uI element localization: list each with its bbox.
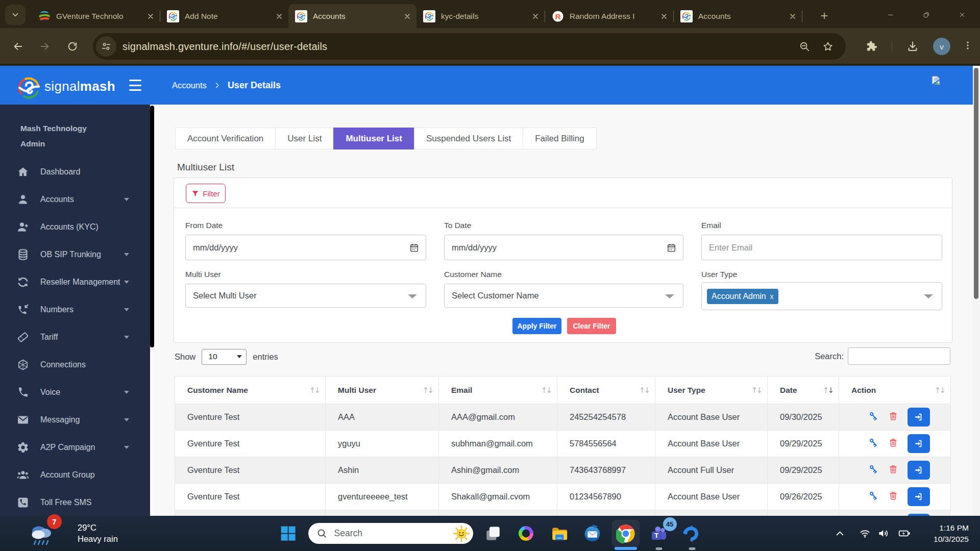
page-size-select[interactable]: 10 [202, 349, 247, 365]
sidebar-item-reseller-management[interactable]: Reseller Management [0, 268, 150, 296]
new-tab-button[interactable] [816, 7, 833, 24]
address-bar[interactable]: signalmash.gventure.info/#/user/user-det… [93, 33, 846, 60]
tab-close-icon[interactable] [531, 12, 540, 20]
sidebar-scrollbar-thumb[interactable] [150, 106, 154, 347]
user-type-select[interactable]: Account Adminx [701, 282, 942, 310]
window-close-button[interactable] [944, 0, 980, 30]
zoom-out-icon[interactable] [799, 41, 810, 52]
trash-icon[interactable] [889, 464, 898, 476]
login-as-user-button[interactable] [908, 461, 930, 480]
taskbar-copilot-icon[interactable] [513, 520, 540, 547]
browser-tab-add-note[interactable]: Add Note [160, 4, 288, 28]
tab-close-icon[interactable] [789, 12, 797, 20]
extensions-icon[interactable] [865, 40, 877, 53]
reload-button[interactable] [62, 36, 83, 57]
taskbar-teams-icon[interactable]: T45 [646, 520, 672, 547]
bookmark-star-icon[interactable] [822, 41, 834, 52]
tab-multiuser-list[interactable]: Multiuser List [333, 128, 414, 149]
browser-tab-random-address-i[interactable]: RRandom Address I [545, 4, 673, 28]
taskbar-start-button[interactable] [275, 520, 302, 547]
tab-user-list[interactable]: User List [275, 128, 333, 149]
taskbar-dolphin-app-icon[interactable] [679, 520, 705, 547]
sidebar-item-numbers[interactable]: Numbers [0, 296, 150, 323]
caret-down-icon [124, 391, 129, 394]
login-as-user-button[interactable] [908, 434, 930, 453]
sidebar-item-tariff[interactable]: Tariff [0, 323, 150, 351]
browser-tab-gventure-technolo[interactable]: GVenture Technolo [32, 4, 160, 28]
sidebar-item-a2p-campaign[interactable]: A2P Campaign [0, 434, 150, 461]
trash-icon[interactable] [889, 438, 898, 449]
column-header-contact[interactable]: Contact↑↓ [557, 377, 655, 404]
tab-search-button[interactable] [5, 5, 26, 25]
tab-close-icon[interactable] [403, 12, 411, 20]
sidebar-item-accounts-kyc-[interactable]: Accounts (KYC) [0, 213, 150, 241]
table-search-input[interactable] [848, 347, 950, 365]
customer-name-select[interactable]: Select Customer Name [444, 284, 683, 308]
trash-icon[interactable] [889, 411, 898, 423]
downloads-icon[interactable] [906, 40, 919, 53]
back-button[interactable] [8, 36, 28, 57]
breadcrumb-parent[interactable]: Accounts [172, 81, 207, 90]
browser-menu-icon[interactable] [963, 40, 973, 53]
column-header-action[interactable]: Action↑↓ [839, 377, 951, 404]
email-input[interactable] [709, 243, 935, 253]
tag-remove-icon[interactable]: x [770, 292, 774, 300]
sidebar-item-accounts[interactable]: Accounts [0, 186, 150, 213]
sidebar-item-messaging[interactable]: Messaging [0, 406, 150, 434]
taskbar-file-explorer-icon[interactable] [546, 520, 573, 547]
login-as-user-button[interactable] [908, 487, 930, 506]
profile-avatar[interactable]: v [933, 38, 950, 55]
multi-user-select[interactable]: Select Multi User [185, 284, 426, 308]
sidebar-item-connections[interactable]: Connections [0, 351, 150, 379]
to-date-input[interactable]: mm/dd/yyyy [444, 235, 683, 260]
site-settings-icon[interactable] [96, 36, 116, 57]
key-icon[interactable] [868, 490, 879, 503]
window-minimize-button[interactable] [873, 0, 909, 30]
login-as-user-button[interactable] [908, 408, 930, 427]
column-header-multi-user[interactable]: Multi User↑↓ [326, 377, 439, 404]
key-icon[interactable] [868, 411, 879, 423]
tab-failed-billing[interactable]: Failed Billing [523, 128, 596, 149]
taskbar-search-box[interactable]: Search [308, 523, 473, 544]
column-header-customer-name[interactable]: Customer Name↑↓ [175, 377, 326, 404]
window-restore-button[interactable] [909, 0, 944, 30]
calendar-icon[interactable] [667, 243, 676, 253]
column-header-date[interactable]: Date↑↓ [768, 377, 839, 404]
sidebar-item-toll-free-sms[interactable]: Toll Free SMS [0, 489, 150, 516]
taskbar-clock[interactable]: 1:16 PM 10/3/2025 [934, 522, 969, 545]
browser-tab-kyc-details[interactable]: kyc-details [416, 4, 545, 28]
tab-suspended-users-list[interactable]: Suspended Users List [414, 128, 523, 149]
calendar-icon[interactable] [409, 243, 419, 253]
sidebar-item-dashboard[interactable]: Dashboard [0, 158, 150, 186]
tab-account-verification[interactable]: Account Verification [175, 128, 275, 149]
column-header-user-type[interactable]: User Type↑↓ [655, 377, 768, 404]
volume-icon[interactable] [877, 528, 889, 539]
apply-filter-button[interactable]: Apply Filter [512, 318, 561, 334]
trash-icon[interactable] [889, 491, 898, 503]
browser-tab-accounts[interactable]: Accounts [288, 4, 416, 28]
sidebar-item-voice[interactable]: Voice [0, 379, 150, 406]
taskbar-thunderbird-icon[interactable] [579, 520, 606, 547]
from-date-input[interactable]: mm/dd/yyyy [185, 235, 426, 260]
tab-close-icon[interactable] [146, 12, 155, 20]
key-icon[interactable] [868, 437, 879, 450]
sidebar-item-account-group[interactable]: Account Group [0, 461, 150, 489]
tab-close-icon[interactable] [660, 12, 668, 20]
url-text[interactable]: signalmash.gventure.info/#/user/user-det… [122, 41, 799, 53]
column-header-email[interactable]: Email↑↓ [439, 377, 557, 404]
clear-filter-button[interactable]: Clear Filter [567, 318, 616, 334]
tab-close-icon[interactable] [275, 12, 283, 20]
sidebar-item-ob-sip-trunking[interactable]: OB SIP Trunking [0, 241, 150, 268]
page-scrollbar-thumb[interactable] [974, 68, 978, 299]
forward-button[interactable] [35, 36, 55, 57]
key-icon[interactable] [868, 464, 879, 477]
browser-tab-accounts[interactable]: Accounts [674, 4, 802, 28]
tray-chevron-up-icon[interactable] [834, 528, 846, 539]
filter-button[interactable]: Filter [186, 184, 226, 203]
battery-icon[interactable] [898, 528, 910, 539]
sort-arrows-icon: ↑↓ [823, 386, 832, 395]
taskbar-task-view-button[interactable] [480, 520, 506, 547]
wifi-icon[interactable] [859, 528, 871, 539]
sidebar-toggle-icon[interactable] [129, 80, 141, 91]
taskbar-chrome-icon[interactable] [612, 520, 639, 547]
